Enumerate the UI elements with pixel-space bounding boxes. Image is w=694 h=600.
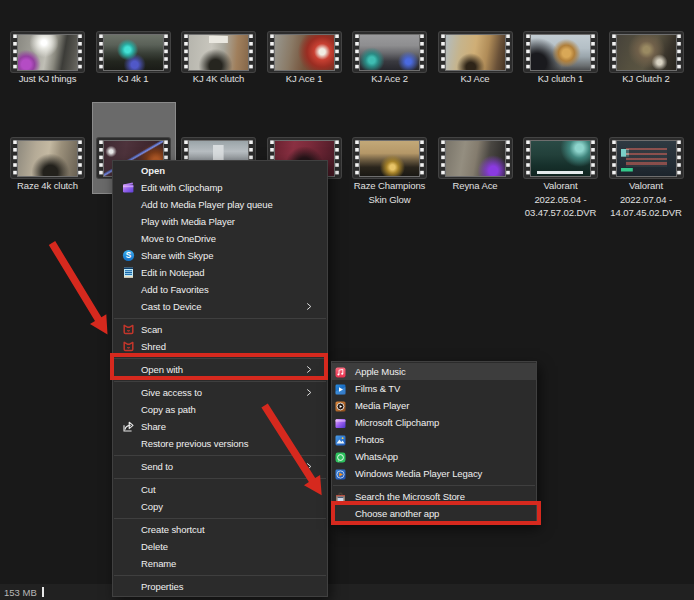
svg-text:S: S xyxy=(126,251,132,260)
